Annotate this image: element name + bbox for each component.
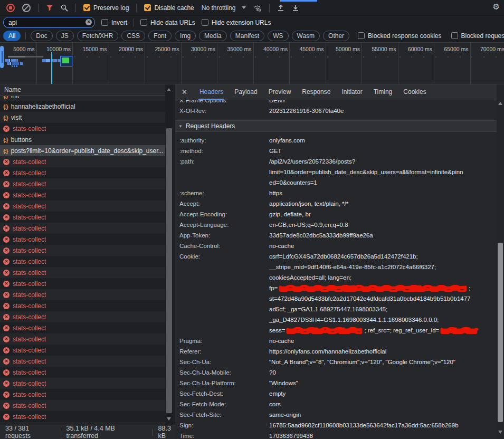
request-headers-section-toggle[interactable]: ▼ Request Headers bbox=[175, 120, 497, 132]
name-column-header[interactable]: Name bbox=[0, 84, 165, 96]
filter-value: api bbox=[8, 19, 17, 26]
request-row[interactable]: ✕stats-collect bbox=[0, 223, 165, 234]
throttling-dropdown[interactable]: No throttling bbox=[202, 4, 246, 12]
waterfall-bar bbox=[7, 62, 9, 65]
request-row[interactable]: ✕stats-collect bbox=[0, 189, 165, 201]
request-row[interactable]: ✕stats-collect bbox=[0, 345, 165, 356]
tab-headers[interactable]: Headers bbox=[199, 84, 223, 100]
export-har-icon[interactable] bbox=[292, 4, 299, 12]
record-icon[interactable] bbox=[6, 4, 15, 12]
request-row[interactable]: ✕stats-collect bbox=[0, 289, 165, 300]
scrollbar-thumb[interactable] bbox=[498, 243, 503, 422]
request-row[interactable]: ✕stats-collect bbox=[0, 123, 165, 134]
request-row[interactable]: ✕stats-collect bbox=[0, 333, 165, 345]
type-filter-css[interactable]: CSS bbox=[121, 31, 145, 41]
request-row[interactable]: {:}init bbox=[0, 96, 165, 101]
header-row-partial: X-Frame-Options: DENY bbox=[175, 100, 497, 106]
request-row[interactable]: ✕stats-collect bbox=[0, 300, 165, 311]
request-row[interactable]: ✕stats-collect bbox=[0, 411, 165, 422]
tab-initiator[interactable]: Initiator bbox=[341, 84, 362, 100]
divider bbox=[134, 18, 134, 27]
type-filter-other[interactable]: Other bbox=[323, 31, 349, 41]
tab-timing[interactable]: Timing bbox=[374, 84, 393, 100]
type-filter-fetch-xhr[interactable]: Fetch/XHR bbox=[77, 31, 119, 41]
scroll-down-icon[interactable] bbox=[498, 431, 502, 434]
type-filter-media[interactable]: Media bbox=[199, 31, 227, 41]
scrollbar-thumb[interactable] bbox=[166, 128, 172, 413]
tab-preview[interactable]: Preview bbox=[269, 84, 291, 100]
close-icon[interactable]: ✕ bbox=[182, 88, 187, 96]
request-row[interactable]: {:}posts?limit=10&order=publish_date_des… bbox=[0, 145, 165, 156]
settings-gear-icon[interactable]: ⚙ bbox=[493, 2, 500, 12]
search-icon[interactable] bbox=[61, 4, 68, 12]
tab-response[interactable]: Response bbox=[302, 84, 330, 100]
network-overview-timeline[interactable]: 5000 ms10000 ms15000 ms20000 ms25000 ms3… bbox=[0, 43, 504, 84]
request-row[interactable]: {:}hannahelizabethofficial bbox=[0, 101, 165, 112]
request-row[interactable]: ✕stats-collect bbox=[0, 267, 165, 278]
request-row[interactable]: ✕stats-collect bbox=[0, 311, 165, 322]
overview-drag-handle[interactable] bbox=[0, 46, 4, 68]
checkbox-blocked-requests[interactable]: Blocked requests bbox=[451, 32, 504, 40]
request-row[interactable]: ✕stats-collect bbox=[0, 367, 165, 378]
request-row[interactable]: ✕stats-collect bbox=[0, 234, 165, 245]
filter-input[interactable]: api ✕ bbox=[3, 17, 95, 28]
request-row[interactable]: ✕stats-collect bbox=[0, 167, 165, 178]
detail-scrollbar[interactable] bbox=[497, 84, 504, 439]
request-name: init bbox=[11, 96, 19, 99]
waterfall-green-block bbox=[62, 58, 69, 63]
request-row[interactable]: ✕stats-collect bbox=[0, 389, 165, 400]
request-name: stats-collect bbox=[13, 325, 46, 332]
checkbox-blocked-response-cookies[interactable]: Blocked response cookies bbox=[358, 32, 441, 40]
clear-icon[interactable] bbox=[22, 4, 31, 12]
hide-data-urls-checkbox[interactable]: Hide data URLs bbox=[140, 19, 195, 26]
request-row[interactable]: ✕stats-collect bbox=[0, 278, 165, 289]
clear-filter-icon[interactable]: ✕ bbox=[85, 19, 92, 25]
type-filter-manifest[interactable]: Manifest bbox=[230, 31, 264, 41]
request-row[interactable]: ✕stats-collect bbox=[0, 178, 165, 189]
request-list-scrollbar[interactable] bbox=[165, 84, 173, 425]
request-row[interactable]: {:}visit bbox=[0, 112, 165, 123]
disable-cache-checkbox[interactable]: Disable cache bbox=[144, 4, 194, 12]
request-row[interactable]: ✕stats-collect bbox=[0, 201, 165, 212]
header-row: Sec-Ch-Ua-Platform:"Windows" bbox=[175, 378, 497, 388]
request-row[interactable]: ✕stats-collect bbox=[0, 378, 165, 389]
type-filter-font[interactable]: Font bbox=[148, 31, 172, 41]
type-filter-doc[interactable]: Doc bbox=[31, 31, 52, 41]
header-value: "Windows" bbox=[269, 378, 298, 388]
request-row[interactable]: {:}buttons bbox=[0, 134, 165, 145]
timeline-tick-label: 45000 ms bbox=[290, 46, 324, 52]
waterfall-bar bbox=[25, 56, 43, 58]
type-filter-all[interactable]: All bbox=[3, 31, 21, 41]
type-filter-js[interactable]: JS bbox=[56, 31, 74, 41]
request-row[interactable]: ✕stats-collect bbox=[0, 322, 165, 333]
hide-extension-urls-checkbox[interactable]: Hide extension URLs bbox=[202, 19, 271, 26]
request-row[interactable]: ✕stats-collect bbox=[0, 400, 165, 411]
type-filter-ws[interactable]: WS bbox=[268, 31, 288, 41]
header-row: :authority:onlyfans.com bbox=[175, 135, 497, 146]
request-row[interactable]: ✕stats-collect bbox=[0, 156, 165, 167]
filter-icon[interactable] bbox=[46, 4, 53, 11]
divider bbox=[38, 4, 39, 12]
type-filter-img[interactable]: Img bbox=[175, 31, 196, 41]
header-value: en-GB,en-US;q=0.9,en;q=0.8 bbox=[269, 219, 348, 230]
filter-toolbar: api ✕ Invert Hide data URLs Hide extensi… bbox=[0, 16, 504, 29]
header-row: App-Token:33d57ade8c02dbc5a333db99ff9ae2… bbox=[175, 230, 497, 241]
scroll-up-icon[interactable] bbox=[167, 88, 171, 91]
header-value: no-cache bbox=[269, 241, 294, 251]
request-name: stats-collect bbox=[13, 413, 46, 421]
scroll-up-icon[interactable] bbox=[498, 102, 502, 105]
requests-count: 33 / 381 requests bbox=[5, 425, 55, 439]
request-name: hannahelizabethofficial bbox=[11, 103, 75, 110]
import-har-icon[interactable] bbox=[277, 4, 284, 12]
tab-cookies[interactable]: Cookies bbox=[403, 84, 426, 100]
invert-checkbox[interactable]: Invert bbox=[101, 19, 127, 26]
scroll-down-icon[interactable] bbox=[167, 417, 171, 421]
network-conditions-icon[interactable] bbox=[253, 4, 262, 12]
type-filter-wasm[interactable]: Wasm bbox=[292, 31, 320, 41]
tab-payload[interactable]: Payload bbox=[234, 84, 257, 100]
preserve-log-checkbox[interactable]: Preserve log bbox=[83, 4, 129, 12]
request-row[interactable]: ✕stats-collect bbox=[0, 356, 165, 367]
request-row[interactable]: ✕stats-collect bbox=[0, 212, 165, 223]
request-row[interactable]: ✕stats-collect bbox=[0, 245, 165, 256]
request-row[interactable]: ✕stats-collect bbox=[0, 256, 165, 267]
